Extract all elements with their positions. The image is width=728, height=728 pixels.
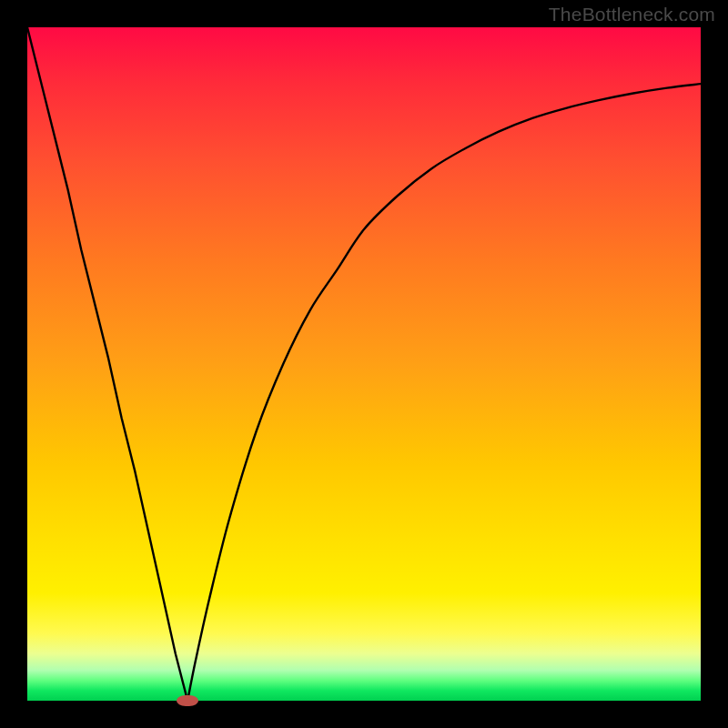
chart-plot-area — [27, 27, 701, 701]
chart-frame: TheBottleneck.com — [0, 0, 728, 728]
optimal-point-marker — [177, 695, 198, 706]
attribution-text: TheBottleneck.com — [549, 4, 715, 25]
chart-svg — [27, 27, 701, 701]
bottleneck-curve-line — [27, 27, 701, 701]
